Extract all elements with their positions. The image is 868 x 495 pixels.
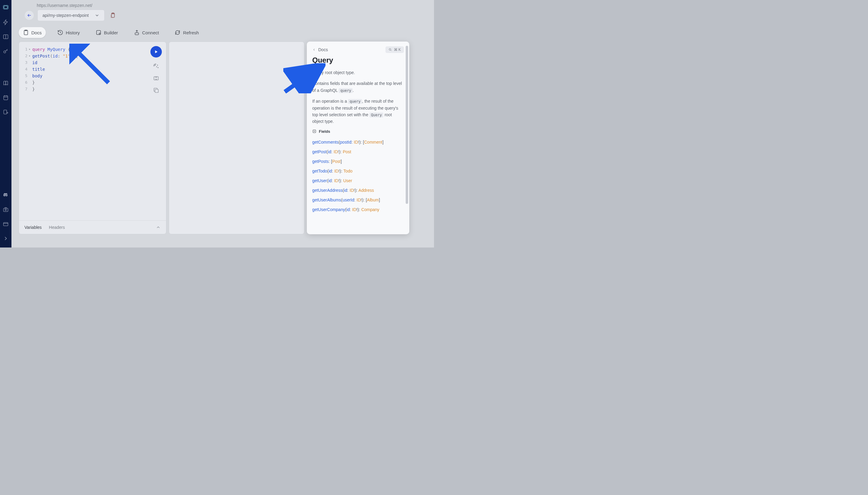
endpoint-url: https://username.stepzen.net/: [19, 3, 427, 8]
main-content: https://username.stepzen.net/ api/my-ste…: [12, 0, 434, 248]
tab-variables[interactable]: Variables: [24, 225, 42, 230]
field-row[interactable]: getUserAlbums(userId: ID!): [Album]: [312, 195, 404, 205]
tab-label: Connect: [142, 30, 159, 35]
svg-point-11: [5, 209, 6, 210]
svg-rect-23: [135, 33, 138, 35]
field-row[interactable]: getUserCompany(id: ID!): Company: [312, 205, 404, 215]
chevron-up-icon[interactable]: [156, 225, 161, 230]
prettify-icon[interactable]: [153, 63, 160, 70]
chevron-down-icon: [95, 13, 99, 18]
code-line: 1▾query MyQuery {: [22, 46, 163, 53]
result-panel: [169, 41, 305, 234]
history-icon: [57, 30, 63, 36]
chevron-right-icon[interactable]: [3, 236, 9, 241]
svg-line-31: [391, 50, 392, 51]
svg-rect-9: [4, 110, 6, 114]
refresh-icon: [175, 30, 181, 36]
endpoint-selector[interactable]: api/my-stepzen-endpoint: [37, 10, 104, 21]
tab-label: Docs: [31, 30, 42, 35]
docs-search[interactable]: ⌘ K: [386, 46, 404, 53]
scrollbar-thumb[interactable]: [406, 46, 408, 204]
copy-icon[interactable]: [153, 87, 160, 93]
stepzen-logo-icon: [2, 4, 9, 11]
tab-label: Builder: [104, 30, 118, 35]
code-line: 6 }: [22, 79, 163, 86]
tab-headers[interactable]: Headers: [49, 225, 65, 230]
chevron-left-icon: [312, 48, 316, 51]
fields-list: getComments(postId: ID!): [Comment]getPo…: [312, 137, 404, 215]
svg-rect-29: [155, 89, 158, 92]
code-line: 3 id: [22, 59, 163, 66]
lightning-icon[interactable]: [3, 19, 9, 25]
docs-description-2: Contains fields that are available at th…: [312, 80, 404, 93]
svg-marker-24: [155, 50, 158, 53]
docs-breadcrumb-label: Docs: [318, 47, 328, 52]
builder-icon: [96, 30, 102, 36]
camera-icon[interactable]: [3, 207, 9, 212]
docs-description-1: Query root object type.: [312, 69, 404, 76]
back-button[interactable]: [25, 11, 34, 20]
clipboard-button[interactable]: [108, 11, 117, 20]
field-row[interactable]: getPost(id: ID!): Post: [312, 147, 404, 157]
tab-label: Refresh: [183, 30, 199, 35]
connect-icon: [134, 30, 140, 36]
book-icon[interactable]: [3, 80, 9, 86]
svg-rect-10: [4, 208, 8, 212]
svg-point-26: [157, 67, 157, 67]
run-button[interactable]: [150, 46, 162, 57]
fields-label: Fields: [319, 129, 330, 134]
svg-rect-5: [4, 96, 7, 100]
tab-history[interactable]: History: [53, 27, 84, 38]
panels-icon[interactable]: [3, 34, 9, 40]
svg-point-27: [158, 67, 159, 68]
search-shortcut: ⌘ K: [394, 48, 401, 52]
fields-header: Fields: [312, 129, 404, 134]
code-line: 2▾ getPost(id: "1") {: [22, 53, 163, 59]
query-editor[interactable]: 1▾query MyQuery {2▾ getPost(id: "1") {3 …: [19, 42, 166, 220]
tab-refresh[interactable]: Refresh: [170, 27, 203, 38]
field-row[interactable]: getComments(postId: ID!): [Comment]: [312, 137, 404, 147]
card-icon[interactable]: [3, 221, 9, 227]
fields-icon: [312, 129, 316, 133]
svg-rect-12: [4, 222, 8, 226]
docs-back[interactable]: Docs: [312, 47, 328, 52]
topbar: https://username.stepzen.net/ api/my-ste…: [12, 0, 434, 21]
code-line: 7}: [22, 86, 163, 92]
tab-label: History: [66, 30, 80, 35]
field-row[interactable]: getPosts: [Post]: [312, 157, 404, 166]
tab-builder[interactable]: Builder: [91, 27, 122, 38]
export-icon[interactable]: [3, 109, 9, 115]
panels-row: 1▾query MyQuery {2▾ getPost(id: "1") {3 …: [12, 41, 434, 234]
field-row[interactable]: getUserAddress(id: ID!): Address: [312, 186, 404, 195]
svg-point-33: [314, 131, 315, 132]
code-line: 4 title: [22, 66, 163, 72]
merge-icon[interactable]: [153, 75, 160, 82]
query-editor-panel: 1▾query MyQuery {2▾ getPost(id: "1") {3 …: [19, 41, 166, 234]
field-row[interactable]: getUser(id: ID!): User: [312, 176, 404, 186]
tab-connect[interactable]: Connect: [130, 27, 163, 38]
search-icon: [389, 48, 392, 51]
field-row[interactable]: getTodo(id: ID!): Todo: [312, 166, 404, 176]
docs-panel: Docs ⌘ K Query Query root object type. C…: [307, 41, 409, 234]
svg-point-4: [4, 51, 6, 53]
toolbar: Docs History Builder Connect Refresh: [12, 21, 434, 41]
discord-icon[interactable]: [3, 192, 9, 198]
docs-title: Query: [312, 56, 404, 65]
code-line: 5 body: [22, 72, 163, 79]
editor-bottom-tabs: Variables Headers: [19, 220, 166, 234]
endpoint-name: api/my-stepzen-endpoint: [43, 13, 88, 18]
key-icon[interactable]: [3, 48, 9, 54]
docs-icon: [23, 30, 29, 36]
tab-docs[interactable]: Docs: [19, 27, 46, 38]
calendar-icon[interactable]: [3, 95, 9, 101]
svg-point-25: [157, 65, 158, 65]
left-sidebar: [0, 0, 12, 248]
docs-description-3: If an operation is a query, the result o…: [312, 98, 404, 125]
